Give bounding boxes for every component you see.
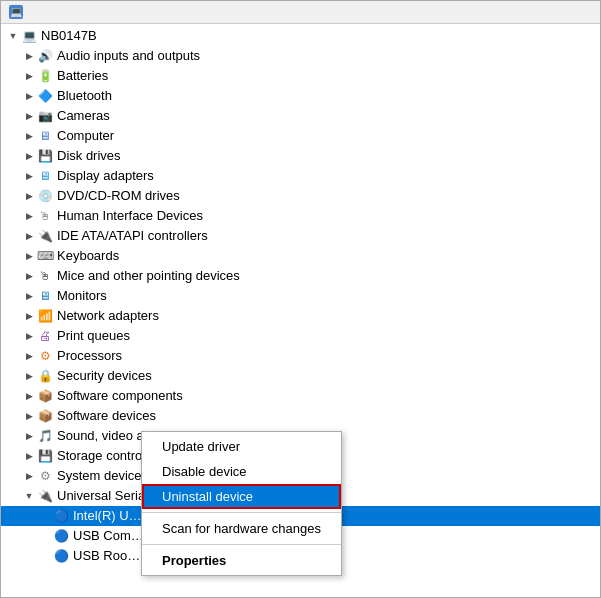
- tree-item-batteries[interactable]: 🔋Batteries: [1, 66, 600, 86]
- tree-arrow-hid[interactable]: [21, 208, 37, 224]
- tree-arrow-display[interactable]: [21, 168, 37, 184]
- tree-item-audio[interactable]: 🔊Audio inputs and outputs: [1, 46, 600, 66]
- tree-item-mice[interactable]: 🖱Mice and other pointing devices: [1, 266, 600, 286]
- tree-item-ide[interactable]: 🔌IDE ATA/ATAPI controllers: [1, 226, 600, 246]
- tree-item-security[interactable]: 🔒Security devices: [1, 366, 600, 386]
- tree-arrow-audio[interactable]: [21, 48, 37, 64]
- tree-arrow-usb-com[interactable]: [37, 528, 53, 544]
- tree-label-usb-root: USB Roo…: [73, 546, 140, 566]
- tree-icon-softdev: 📦: [37, 408, 53, 424]
- tree-label-hid: Human Interface Devices: [57, 206, 203, 226]
- tree-item-monitors[interactable]: 🖥Monitors: [1, 286, 600, 306]
- tree-arrow-ide[interactable]: [21, 228, 37, 244]
- tree-label-display: Display adapters: [57, 166, 154, 186]
- tree-label-systemdev: System devices: [57, 466, 148, 486]
- title-bar-icon: 💻: [9, 5, 23, 19]
- tree-label-network: Network adapters: [57, 306, 159, 326]
- tree-arrow-disk[interactable]: [21, 148, 37, 164]
- tree-icon-root: 💻: [21, 28, 37, 44]
- tree-icon-usb-root: 🔵: [53, 548, 69, 564]
- tree-arrow-computer[interactable]: [21, 128, 37, 144]
- tree-label-mice: Mice and other pointing devices: [57, 266, 240, 286]
- tree-icon-audio: 🔊: [37, 48, 53, 64]
- tree-icon-mice: 🖱: [37, 268, 53, 284]
- tree-arrow-bluetooth[interactable]: [21, 88, 37, 104]
- tree-item-root[interactable]: 💻NB0147B: [1, 26, 600, 46]
- device-manager-window: 💻 💻NB0147B🔊Audio inputs and outputs🔋Batt…: [0, 0, 601, 598]
- tree-item-bluetooth[interactable]: 🔷Bluetooth: [1, 86, 600, 106]
- tree-arrow-root[interactable]: [5, 28, 21, 44]
- tree-arrow-monitors[interactable]: [21, 288, 37, 304]
- tree-label-cameras: Cameras: [57, 106, 110, 126]
- tree-label-usb-com: USB Com…: [73, 526, 144, 546]
- tree-arrow-keyboards[interactable]: [21, 248, 37, 264]
- tree-arrow-usb[interactable]: [21, 488, 37, 504]
- tree-icon-intel-usb: 🔵: [53, 508, 69, 524]
- tree-icon-ide: 🔌: [37, 228, 53, 244]
- tree-arrow-dvd[interactable]: [21, 188, 37, 204]
- tree-icon-print: 🖨: [37, 328, 53, 344]
- context-menu: Update driverDisable deviceUninstall dev…: [141, 431, 342, 576]
- tree-arrow-cameras[interactable]: [21, 108, 37, 124]
- tree-icon-cameras: 📷: [37, 108, 53, 124]
- tree-icon-processors: ⚙: [37, 348, 53, 364]
- tree-icon-usb: 🔌: [37, 488, 53, 504]
- tree-icon-display: 🖥: [37, 168, 53, 184]
- tree-item-hid[interactable]: 🖱Human Interface Devices: [1, 206, 600, 226]
- context-menu-item-update[interactable]: Update driver: [142, 434, 341, 459]
- tree-item-softdev[interactable]: 📦Software devices: [1, 406, 600, 426]
- title-bar: 💻: [1, 1, 600, 24]
- context-menu-separator: [142, 544, 341, 545]
- tree-arrow-systemdev[interactable]: [21, 468, 37, 484]
- tree-icon-usb-com: 🔵: [53, 528, 69, 544]
- context-menu-item-uninstall[interactable]: Uninstall device: [142, 484, 341, 509]
- tree-icon-systemdev: ⚙: [37, 468, 53, 484]
- tree-label-softdev: Software devices: [57, 406, 156, 426]
- tree-item-print[interactable]: 🖨Print queues: [1, 326, 600, 346]
- tree-item-display[interactable]: 🖥Display adapters: [1, 166, 600, 186]
- tree-label-root: NB0147B: [41, 26, 97, 46]
- tree-label-softcomp: Software components: [57, 386, 183, 406]
- context-menu-separator: [142, 512, 341, 513]
- tree-arrow-sound[interactable]: [21, 428, 37, 444]
- tree-label-audio: Audio inputs and outputs: [57, 46, 200, 66]
- context-menu-item-scan[interactable]: Scan for hardware changes: [142, 516, 341, 541]
- tree-icon-security: 🔒: [37, 368, 53, 384]
- tree-arrow-storage[interactable]: [21, 448, 37, 464]
- tree-label-computer: Computer: [57, 126, 114, 146]
- tree-arrow-intel-usb[interactable]: [37, 508, 53, 524]
- tree-item-network[interactable]: 📶Network adapters: [1, 306, 600, 326]
- tree-arrow-mice[interactable]: [21, 268, 37, 284]
- tree-arrow-batteries[interactable]: [21, 68, 37, 84]
- tree-arrow-processors[interactable]: [21, 348, 37, 364]
- tree-item-processors[interactable]: ⚙Processors: [1, 346, 600, 366]
- tree-icon-batteries: 🔋: [37, 68, 53, 84]
- tree-label-bluetooth: Bluetooth: [57, 86, 112, 106]
- tree-item-softcomp[interactable]: 📦Software components: [1, 386, 600, 406]
- context-menu-item-disable[interactable]: Disable device: [142, 459, 341, 484]
- tree-label-processors: Processors: [57, 346, 122, 366]
- tree-icon-computer: 🖥: [37, 128, 53, 144]
- tree-icon-storage: 💾: [37, 448, 53, 464]
- tree-item-disk[interactable]: 💾Disk drives: [1, 146, 600, 166]
- tree-icon-dvd: 💿: [37, 188, 53, 204]
- tree-label-keyboards: Keyboards: [57, 246, 119, 266]
- context-menu-item-properties[interactable]: Properties: [142, 548, 341, 573]
- tree-icon-disk: 💾: [37, 148, 53, 164]
- tree-arrow-print[interactable]: [21, 328, 37, 344]
- tree-label-dvd: DVD/CD-ROM drives: [57, 186, 180, 206]
- tree-icon-keyboards: ⌨: [37, 248, 53, 264]
- tree-arrow-usb-root[interactable]: [37, 548, 53, 564]
- tree-item-keyboards[interactable]: ⌨Keyboards: [1, 246, 600, 266]
- tree-item-dvd[interactable]: 💿DVD/CD-ROM drives: [1, 186, 600, 206]
- tree-label-security: Security devices: [57, 366, 152, 386]
- tree-arrow-network[interactable]: [21, 308, 37, 324]
- tree-item-computer[interactable]: 🖥Computer: [1, 126, 600, 146]
- tree-arrow-softdev[interactable]: [21, 408, 37, 424]
- tree-icon-hid: 🖱: [37, 208, 53, 224]
- tree-item-cameras[interactable]: 📷Cameras: [1, 106, 600, 126]
- tree-arrow-security[interactable]: [21, 368, 37, 384]
- tree-label-ide: IDE ATA/ATAPI controllers: [57, 226, 208, 246]
- tree-icon-network: 📶: [37, 308, 53, 324]
- tree-arrow-softcomp[interactable]: [21, 388, 37, 404]
